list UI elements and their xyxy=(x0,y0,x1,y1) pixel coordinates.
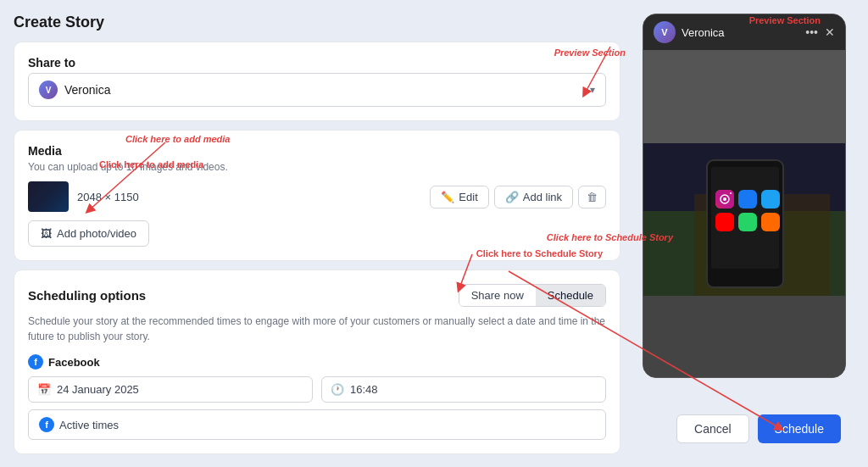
user-avatar: V xyxy=(39,81,58,99)
page-title: Create Story xyxy=(14,14,620,31)
preview-phone: V Veronica ••• ✕ xyxy=(643,14,846,378)
svg-rect-7 xyxy=(761,190,780,208)
footer-actions: Cancel Schedule xyxy=(634,404,854,453)
calendar-icon: 📅 xyxy=(37,383,51,396)
date-value: 24 January 2025 xyxy=(57,383,139,396)
preview-media-image xyxy=(643,143,845,296)
date-input[interactable]: 📅 24 January 2025 xyxy=(28,376,313,403)
media-thumbnail xyxy=(28,181,69,212)
time-input[interactable]: 🕐 16:48 xyxy=(321,376,606,403)
link-icon: 🔗 xyxy=(505,191,519,203)
date-time-row: 📅 24 January 2025 🕐 16:48 xyxy=(28,376,606,403)
share-schedule-tabs: Share now Schedule xyxy=(459,284,606,307)
scheduling-label: Scheduling options xyxy=(28,288,146,303)
share-to-label: Share to xyxy=(28,56,606,69)
share-now-tab[interactable]: Share now xyxy=(459,285,536,306)
svg-rect-10 xyxy=(761,213,780,231)
add-photo-video-button[interactable]: 🖼 Add photo/video xyxy=(28,220,149,247)
media-action-buttons: ✏️ Edit 🔗 Add link 🗑 xyxy=(430,186,606,208)
svg-rect-6 xyxy=(738,190,757,208)
chevron-down-icon: ▾ xyxy=(590,84,595,96)
edit-button[interactable]: ✏️ Edit xyxy=(430,186,488,208)
more-icon: ••• xyxy=(805,25,818,39)
schedule-tab[interactable]: Schedule xyxy=(536,285,605,306)
schedule-button[interactable]: Schedule xyxy=(758,414,841,443)
phone-header: V Veronica ••• ✕ xyxy=(643,14,845,50)
svg-point-13 xyxy=(723,197,726,201)
preview-image-svg xyxy=(643,143,845,296)
media-label: Media xyxy=(28,144,606,158)
close-icon: ✕ xyxy=(825,25,835,39)
pencil-icon: ✏️ xyxy=(441,191,454,203)
delete-button[interactable]: 🗑 xyxy=(578,186,606,208)
svg-rect-9 xyxy=(738,213,757,231)
active-times-label: Active times xyxy=(59,419,119,431)
media-card: Media You can upload up to 10 images and… xyxy=(14,130,620,261)
trash-icon: 🗑 xyxy=(587,191,598,203)
add-link-button[interactable]: 🔗 Add link xyxy=(494,186,573,208)
share-to-card: Share to V Veronica ▾ xyxy=(14,42,620,121)
user-name: Veronica xyxy=(64,83,590,97)
preview-gray-bottom xyxy=(643,296,845,377)
platform-name: Facebook xyxy=(48,356,100,369)
time-value: 16:48 xyxy=(350,383,378,396)
share-to-dropdown[interactable]: V Veronica ▾ xyxy=(28,73,606,107)
add-media-icon: 🖼 xyxy=(41,227,52,240)
media-subtitle: You can upload up to 10 images and video… xyxy=(28,161,606,173)
preview-gray-top xyxy=(643,50,845,143)
scheduling-description: Schedule your story at the recommended t… xyxy=(28,314,606,344)
preview-username: Veronica xyxy=(682,26,725,39)
active-times-fb-icon: f xyxy=(39,417,54,432)
media-dimensions: 2048 × 1150 xyxy=(77,191,139,203)
active-times-button[interactable]: f Active times xyxy=(28,409,606,440)
cancel-button[interactable]: Cancel xyxy=(676,414,749,443)
svg-point-14 xyxy=(730,192,732,194)
platform-row: f Facebook xyxy=(28,354,606,370)
preview-panel: Preview Section V Veronica ••• ✕ xyxy=(634,14,854,453)
svg-rect-8 xyxy=(715,213,734,231)
clock-icon: 🕐 xyxy=(331,383,344,396)
scheduling-card: Scheduling options Share now Schedule Sc… xyxy=(14,270,620,454)
preview-avatar: V xyxy=(654,21,676,43)
facebook-icon: f xyxy=(28,354,43,370)
